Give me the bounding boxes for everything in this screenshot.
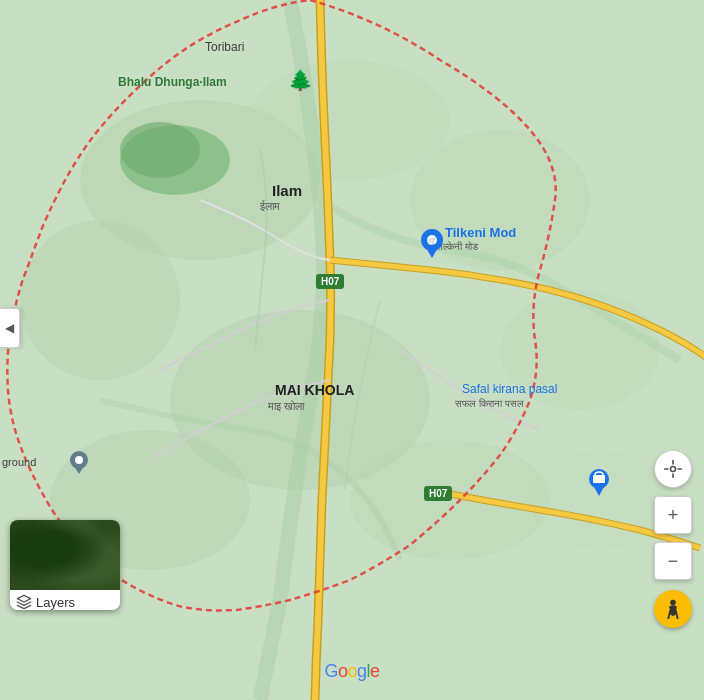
svg-marker-12 — [425, 246, 439, 258]
zoom-in-button[interactable]: + — [654, 496, 692, 534]
highway-badge-top: H07 — [316, 274, 344, 289]
collapse-panel-button[interactable]: ◀ — [0, 308, 20, 348]
svg-marker-19 — [74, 466, 84, 474]
layers-button[interactable]: Layers — [10, 520, 120, 610]
pegman-icon — [662, 598, 684, 620]
layers-thumbnail-image — [10, 520, 120, 590]
svg-point-5 — [500, 290, 660, 410]
google-logo: Google — [324, 661, 379, 682]
layers-label-container: Layers — [10, 590, 120, 610]
pegman-button[interactable] — [654, 590, 692, 628]
map-controls: + − — [654, 450, 692, 580]
pin-tilkeni[interactable]: 🛒 — [418, 228, 446, 264]
svg-point-21 — [671, 467, 676, 472]
svg-text:🛒: 🛒 — [427, 236, 437, 246]
zoom-out-button[interactable]: − — [654, 542, 692, 580]
location-icon — [663, 459, 683, 479]
highway-badge-bottom: H07 — [424, 486, 452, 501]
svg-rect-17 — [593, 475, 605, 483]
svg-point-10 — [120, 122, 200, 178]
layers-text: Layers — [36, 595, 75, 610]
svg-point-22 — [670, 600, 676, 606]
svg-point-1 — [250, 60, 450, 180]
pin-safal[interactable] — [586, 468, 612, 502]
svg-point-20 — [75, 456, 83, 464]
my-location-button[interactable] — [654, 450, 692, 488]
svg-marker-16 — [593, 485, 605, 496]
map-container[interactable]: Toribari 🌲 Bhalu Dhunga·Ilam Ilam ईलाम 🛒… — [0, 0, 704, 700]
layers-icon — [16, 594, 32, 610]
tree-icon: 🌲 — [288, 68, 313, 92]
pin-ground[interactable] — [68, 450, 90, 480]
svg-point-7 — [20, 220, 180, 380]
